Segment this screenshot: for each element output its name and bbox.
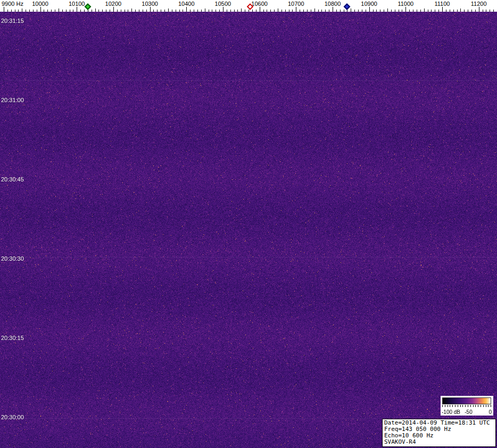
ruler-tick [40, 7, 41, 12]
ruler-tick [66, 10, 67, 12]
ruler-tick [29, 10, 30, 12]
ruler-tick [84, 10, 85, 12]
ruler-tick [26, 10, 26, 12]
ruler-tick [113, 7, 114, 12]
ruler-tick [409, 10, 410, 12]
ruler-tick [164, 10, 165, 12]
ruler-tick [325, 10, 326, 12]
ruler-tick [442, 7, 443, 12]
ruler-tick [153, 10, 154, 12]
ruler-tick [457, 10, 458, 12]
ruler-tick [219, 10, 220, 12]
ruler-tick [300, 10, 300, 12]
ruler-tick [248, 10, 249, 12]
ruler-tick [201, 10, 202, 12]
ruler-tick [44, 10, 44, 12]
ruler-tick [311, 10, 311, 12]
ruler-tick [70, 10, 70, 12]
ruler-tick [194, 10, 194, 12]
frequency-tick-label: 11200 [471, 1, 487, 7]
frequency-tick-label: 10200 [105, 1, 122, 7]
colorbar-labels: -100 dB -50 0 [441, 409, 493, 415]
ruler-tick [252, 10, 253, 12]
frequency-tick-label: 10100 [69, 1, 85, 7]
ruler-tick [51, 10, 52, 12]
ruler-tick [172, 10, 172, 12]
ruler-tick [176, 10, 176, 12]
ruler-tick [347, 10, 347, 12]
ruler-tick [260, 7, 260, 12]
ruler-tick [241, 9, 242, 12]
ruler-tick [391, 10, 392, 12]
ruler-tick [281, 10, 282, 12]
ruler-tick [450, 10, 450, 12]
ruler-tick [161, 10, 161, 12]
ruler-tick [186, 7, 187, 12]
ruler-tick [373, 10, 374, 12]
ruler-tick [285, 10, 286, 12]
ruler-tick [475, 10, 476, 12]
ruler-tick [321, 10, 322, 12]
ruler-tick [4, 7, 4, 12]
ruler-tick [95, 9, 96, 12]
ruler-tick [62, 10, 63, 12]
marker-blue[interactable] [344, 3, 351, 10]
ruler-tick [431, 10, 432, 12]
ruler-tick [146, 10, 147, 12]
ruler-tick [468, 10, 468, 12]
ruler-tick [157, 10, 158, 12]
ruler-tick [216, 10, 216, 12]
frequency-tick-label: 10900 [361, 1, 377, 7]
status-info-box: Date=2014-04-09 Time=18:31 UTC Freq=143 … [382, 419, 496, 447]
ruler-tick [125, 10, 125, 12]
ruler-tick [139, 10, 139, 12]
ruler-tick [464, 10, 465, 12]
ruler-tick [486, 10, 486, 12]
spectrogram-screen: 9900 Hz100001010010200103001040010500106… [0, 0, 497, 448]
frequency-tick-label: 10000 [32, 1, 48, 7]
ruler-tick [33, 10, 34, 12]
ruler-tick [11, 10, 12, 12]
colorbar-label-mid: -50 [465, 409, 472, 415]
ruler-tick [102, 10, 103, 12]
ruler-tick [209, 10, 209, 12]
frequency-ruler[interactable]: 9900 Hz100001010010200103001040010500106… [0, 0, 497, 12]
ruler-tick [446, 10, 446, 12]
ruler-tick [438, 10, 439, 12]
ruler-tick [131, 9, 132, 12]
ruler-tick [55, 10, 55, 12]
frequency-tick-label: 10300 [142, 1, 158, 7]
ruler-tick [98, 10, 99, 12]
ruler-tick [263, 10, 264, 12]
ruler-tick [190, 10, 190, 12]
ruler-tick [336, 10, 337, 12]
ruler-tick [223, 7, 223, 12]
ruler-tick [267, 10, 267, 12]
ruler-tick [234, 10, 235, 12]
ruler-tick [128, 10, 128, 12]
frequency-tick-label: 10600 [251, 1, 268, 7]
ruler-tick [106, 10, 106, 12]
ruler-tick [59, 9, 59, 12]
ruler-tick [424, 9, 425, 12]
ruler-tick [256, 10, 256, 12]
colorbar-label-max: 0 [488, 409, 492, 415]
ruler-tick [435, 10, 435, 12]
ruler-tick [227, 10, 227, 12]
marker-green[interactable] [84, 3, 91, 10]
info-station-id: SVAKOV-R4 [384, 439, 493, 445]
ruler-tick [344, 10, 344, 12]
ruler-tick [329, 10, 329, 12]
ruler-tick [37, 10, 37, 12]
ruler-tick [471, 10, 472, 12]
ruler-tick [333, 7, 333, 12]
spectrogram-waterfall[interactable] [0, 12, 497, 448]
ruler-tick [150, 7, 151, 12]
ruler-tick [197, 10, 198, 12]
ruler-tick [18, 10, 19, 12]
frequency-tick-label: 11100 [435, 1, 450, 7]
frequency-tick-label: 10800 [325, 1, 341, 7]
ruler-tick [121, 10, 121, 12]
frequency-tick-label: 10700 [288, 1, 304, 7]
colorbar-panel: -100 dB -50 0 [441, 396, 493, 416]
